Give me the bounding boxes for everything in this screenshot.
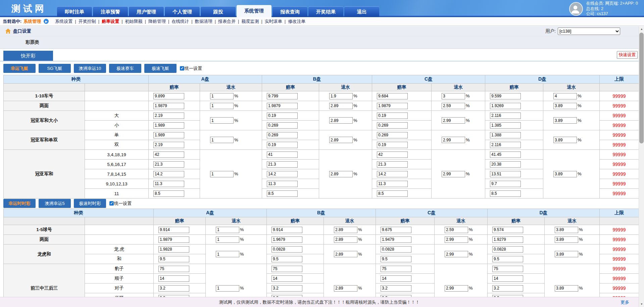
rebate-input[interactable] [445,227,468,233]
rebate-input[interactable] [442,171,465,177]
odds-input[interactable] [271,285,302,292]
scrollbar-down-arrow[interactable]: ▼ [639,301,644,307]
unify-checkbox[interactable]: ✓ [109,201,114,206]
odds-input[interactable] [267,161,298,168]
odds-input[interactable] [153,132,184,138]
vertical-scrollbar[interactable]: ▲ ▼ [639,26,644,307]
odds-input[interactable] [490,113,521,119]
odds-input[interactable] [377,93,408,99]
odds-input[interactable] [490,122,521,129]
odds-input[interactable] [158,285,189,292]
odds-input[interactable] [271,275,302,282]
rebate-input[interactable] [210,103,234,109]
rebate-input[interactable] [329,103,353,109]
rebate-input[interactable] [553,171,577,177]
odds-input[interactable] [381,246,411,253]
rebate-input[interactable] [334,251,357,257]
odds-input[interactable] [153,161,184,168]
odds-input[interactable] [490,181,521,187]
odds-input[interactable] [267,103,298,109]
menu-item[interactable]: 报表合并 [218,19,236,24]
odds-input[interactable] [158,275,189,282]
rebate-input[interactable] [442,93,465,99]
odds-input[interactable] [492,246,523,253]
rebate-input[interactable] [329,93,353,99]
game-tab[interactable]: SG飞艇 [39,64,71,73]
odds-input[interactable] [381,236,411,243]
odds-input[interactable] [158,236,189,243]
game-tab[interactable]: 极速赛车 [109,64,141,73]
game-tab[interactable]: 极速飞艇 [144,64,177,73]
odds-input[interactable] [377,122,408,129]
more-link[interactable]: 更多 [621,299,629,305]
nav-tab[interactable]: 系统管理 [237,5,271,17]
odds-input[interactable] [381,275,411,282]
odds-input[interactable] [267,132,298,138]
odds-input[interactable] [271,256,302,262]
odds-input[interactable] [490,103,521,109]
menu-item[interactable]: 系统设置 [55,19,72,24]
odds-input[interactable] [267,122,298,129]
rebate-input[interactable] [216,236,239,243]
scrollbar-up-arrow[interactable]: ▲ [639,26,644,32]
odds-input[interactable] [377,113,408,119]
odds-input[interactable] [377,103,408,109]
rebate-input[interactable] [553,103,577,109]
odds-input[interactable] [377,181,408,187]
odds-input[interactable] [492,236,523,243]
nav-tab[interactable]: 注单预警 [93,6,128,17]
lottery-type-tab[interactable]: 快开彩 [3,51,53,61]
odds-input[interactable] [381,227,411,233]
menu-item[interactable]: 初始限额 [125,19,143,24]
rebate-input[interactable] [210,171,234,177]
game-tab[interactable]: 极速时时彩 [74,199,106,208]
menu-item[interactable]: 开奖控制 [79,19,96,24]
rebate-input[interactable] [445,285,468,292]
rebate-input[interactable] [329,137,353,143]
rebate-input[interactable] [210,117,234,124]
rebate-input[interactable] [334,285,357,292]
rebate-input[interactable] [334,227,357,233]
odds-input[interactable] [271,227,302,233]
odds-input[interactable] [377,171,408,177]
odds-input[interactable] [158,256,189,262]
rebate-input[interactable] [555,251,578,257]
odds-input[interactable] [271,266,302,272]
odds-input[interactable] [490,151,521,158]
rebate-input[interactable] [334,236,357,243]
rebate-input[interactable] [216,227,239,233]
rebate-input[interactable] [216,251,239,257]
game-tab[interactable]: 幸运飞艇 [3,64,36,73]
odds-input[interactable] [490,190,521,197]
odds-input[interactable] [381,266,411,272]
rebate-input[interactable] [553,137,577,143]
rebate-input[interactable] [329,117,353,124]
menu-item[interactable]: 赔率设置 [102,19,119,24]
nav-tab[interactable]: 开奖结果 [308,6,343,17]
scrollbar-thumb[interactable] [639,33,644,143]
rebate-input[interactable] [216,285,239,292]
odds-input[interactable] [267,190,298,197]
odds-input[interactable] [158,246,189,253]
odds-input[interactable] [377,132,408,138]
odds-input[interactable] [153,113,184,119]
odds-input[interactable] [158,266,189,272]
odds-input[interactable] [271,246,302,253]
odds-input[interactable] [492,256,523,262]
menu-item[interactable]: 数据清理 [195,19,212,24]
menu-item[interactable]: 实时滚单 [265,19,282,24]
odds-input[interactable] [377,161,408,168]
odds-input[interactable] [377,142,408,148]
rebate-input[interactable] [442,117,465,124]
unify-checkbox[interactable]: ✓ [180,66,184,71]
rebate-input[interactable] [553,93,577,99]
user-select[interactable]: [c138] [558,28,620,35]
odds-input[interactable] [492,285,523,292]
rebate-input[interactable] [210,93,234,99]
menu-item[interactable]: 修改注单 [288,19,305,24]
odds-input[interactable] [267,113,298,119]
nav-tab[interactable]: 即时注单 [57,6,92,17]
odds-input[interactable] [490,93,521,99]
quick-set-button[interactable]: 快速设置 [617,51,638,59]
nav-tab[interactable]: 跟投 [201,6,236,17]
